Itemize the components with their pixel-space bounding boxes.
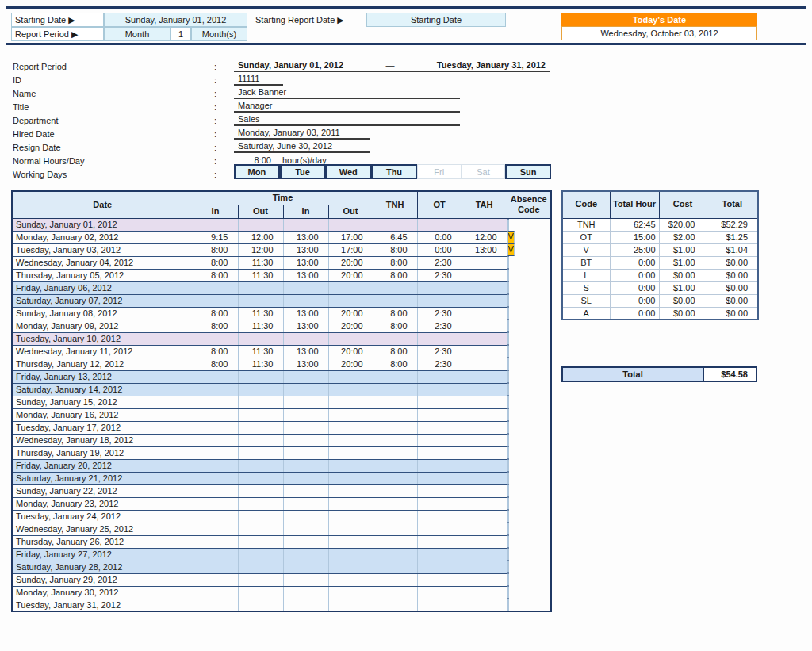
tah-cell[interactable]	[462, 383, 507, 396]
ot-cell[interactable]	[417, 497, 462, 510]
tah-cell[interactable]	[462, 535, 507, 548]
time-out-cell[interactable]	[328, 535, 373, 548]
date-cell[interactable]: Monday, January 09, 2012	[12, 320, 193, 332]
tnh-cell[interactable]	[373, 599, 417, 611]
time-out-cell[interactable]: 11:30	[238, 320, 283, 332]
date-cell[interactable]: Friday, January 20, 2012	[12, 459, 193, 472]
working-day-wed[interactable]: Wed	[325, 164, 371, 179]
time-out-cell[interactable]: 12:00	[238, 231, 283, 243]
tnh-cell[interactable]: 8:00	[373, 320, 417, 332]
date-cell[interactable]: Sunday, January 29, 2012	[12, 573, 193, 586]
tah-cell[interactable]	[462, 307, 507, 320]
time-in-cell[interactable]	[283, 472, 328, 484]
date-cell[interactable]: Sunday, January 01, 2012	[12, 218, 193, 231]
date-cell[interactable]: Monday, January 16, 2012	[12, 408, 193, 421]
time-out-cell[interactable]: 11:30	[238, 307, 283, 320]
time-out-cell[interactable]: 11:30	[238, 256, 283, 269]
time-out-cell[interactable]: 20:00	[328, 256, 373, 269]
time-in-cell[interactable]	[193, 586, 238, 599]
ot-cell[interactable]	[417, 408, 462, 421]
time-in-cell[interactable]	[193, 561, 238, 573]
absence-cell[interactable]	[508, 294, 509, 307]
time-out-cell[interactable]	[238, 484, 283, 497]
time-in-cell[interactable]	[283, 408, 328, 421]
summary-total-cell[interactable]: $0.00	[707, 307, 758, 320]
summary-hour-cell[interactable]: 25:00	[610, 243, 659, 256]
summary-total-cell[interactable]: $0.00	[707, 294, 758, 307]
time-in-cell[interactable]	[193, 396, 238, 408]
time-in-cell[interactable]: 13:00	[283, 358, 328, 370]
time-in-cell[interactable]	[283, 383, 328, 396]
ot-cell[interactable]	[417, 383, 462, 396]
ot-cell[interactable]: 0:00	[417, 243, 462, 256]
summary-total-cell[interactable]: $1.25	[707, 231, 758, 243]
time-in-cell[interactable]: 13:00	[283, 269, 328, 281]
summary-code-cell[interactable]: V	[562, 243, 610, 256]
tah-cell[interactable]	[462, 446, 507, 459]
tah-cell[interactable]	[462, 256, 507, 269]
summary-code-cell[interactable]: L	[562, 269, 610, 281]
time-out-cell[interactable]	[238, 434, 283, 446]
time-in-cell[interactable]	[283, 421, 328, 434]
summary-cost-cell[interactable]: $0.00	[659, 269, 707, 281]
absence-cell[interactable]	[508, 586, 509, 599]
tah-cell[interactable]	[462, 421, 507, 434]
tah-cell[interactable]	[462, 472, 507, 484]
tnh-cell[interactable]	[373, 497, 417, 510]
time-out-cell[interactable]: 12:00	[238, 243, 283, 256]
time-in-cell[interactable]	[193, 332, 238, 345]
tah-cell[interactable]	[462, 218, 507, 231]
working-day-fri[interactable]: Fri	[417, 164, 462, 179]
tnh-cell[interactable]	[373, 396, 417, 408]
time-in-cell[interactable]	[283, 459, 328, 472]
ot-cell[interactable]	[417, 484, 462, 497]
time-in-cell[interactable]	[283, 484, 328, 497]
time-out-cell[interactable]	[238, 294, 283, 307]
summary-hour-cell[interactable]: 0:00	[610, 281, 659, 294]
tah-cell[interactable]	[462, 370, 507, 383]
tnh-cell[interactable]	[373, 370, 417, 383]
time-out-cell[interactable]	[328, 484, 373, 497]
date-cell[interactable]: Tuesday, January 31, 2012	[12, 599, 193, 611]
summary-cost-cell[interactable]: $1.00	[659, 281, 707, 294]
time-out-cell[interactable]: 17:00	[328, 231, 373, 243]
time-in-cell[interactable]	[283, 548, 328, 561]
absence-cell[interactable]	[508, 510, 509, 523]
time-in-cell[interactable]: 8:00	[193, 269, 238, 281]
time-in-cell[interactable]: 8:00	[193, 256, 238, 269]
time-out-cell[interactable]: 20:00	[328, 307, 373, 320]
summary-hour-cell[interactable]: 0:00	[610, 269, 659, 281]
tnh-cell[interactable]	[373, 535, 417, 548]
time-out-cell[interactable]: 20:00	[328, 345, 373, 358]
tnh-cell[interactable]	[373, 586, 417, 599]
time-in-cell[interactable]	[193, 459, 238, 472]
tnh-cell[interactable]	[373, 218, 417, 231]
summary-code-cell[interactable]: BT	[562, 256, 610, 269]
ot-cell[interactable]	[417, 459, 462, 472]
time-out-cell[interactable]	[238, 383, 283, 396]
time-in-cell[interactable]	[283, 434, 328, 446]
absence-cell[interactable]	[508, 219, 509, 232]
time-out-cell[interactable]	[328, 548, 373, 561]
ot-cell[interactable]	[417, 561, 462, 573]
summary-hour-cell[interactable]: 15:00	[610, 231, 659, 243]
summary-total-cell[interactable]: $0.00	[707, 256, 758, 269]
report-period-count[interactable]: 1	[170, 27, 191, 41]
time-out-cell[interactable]	[238, 281, 283, 294]
time-in-cell[interactable]: 8:00	[193, 358, 238, 370]
time-out-cell[interactable]	[328, 421, 373, 434]
tnh-cell[interactable]: 8:00	[373, 307, 417, 320]
absence-cell[interactable]: V	[508, 243, 515, 256]
ot-cell[interactable]	[417, 510, 462, 523]
date-cell[interactable]: Monday, January 02, 2012	[12, 231, 193, 243]
date-cell[interactable]: Wednesday, January 11, 2012	[12, 345, 193, 358]
time-in-cell[interactable]	[193, 218, 238, 231]
date-cell[interactable]: Thursday, January 19, 2012	[12, 446, 193, 459]
summary-code-cell[interactable]: SL	[562, 294, 610, 307]
time-in-cell[interactable]	[283, 332, 328, 345]
tnh-cell[interactable]	[373, 472, 417, 484]
hired-date-field[interactable]: Monday, January 03, 2011	[234, 127, 370, 140]
ot-cell[interactable]: 2:30	[417, 358, 462, 370]
time-out-cell[interactable]: 11:30	[238, 358, 283, 370]
time-in-cell[interactable]	[283, 535, 328, 548]
